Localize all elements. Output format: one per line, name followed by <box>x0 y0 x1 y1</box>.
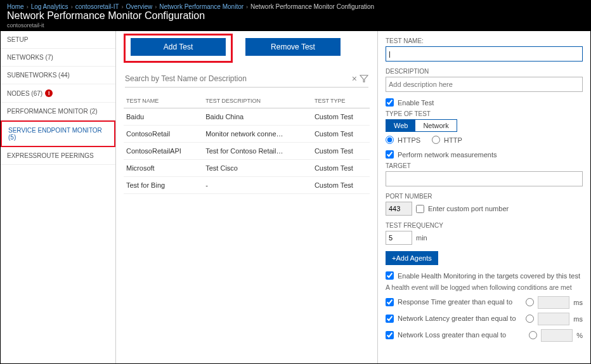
threshold-row: Network Latency greater than equal toms <box>386 313 583 325</box>
col-test-type[interactable]: TEST TYPE <box>312 94 370 108</box>
threshold-label: Network Latency greater than equal to <box>398 315 522 323</box>
threshold-row: Network Loss greater than equal to% <box>386 329 583 342</box>
custom-port-checkbox[interactable] <box>416 205 424 213</box>
threshold-input[interactable] <box>538 296 569 309</box>
sidebar-item-setup[interactable]: SETUP <box>1 31 115 49</box>
remove-test-button[interactable]: Remove Test <box>245 38 341 56</box>
threshold-checkbox[interactable] <box>386 298 394 306</box>
sidebar-item-networks[interactable]: NETWORKS (7) <box>1 49 115 67</box>
frequency-unit: min <box>416 234 427 242</box>
col-test-desc[interactable]: TEST DESCRIPTION <box>203 94 312 108</box>
enable-test-label: Enable Test <box>398 99 434 107</box>
col-test-name[interactable]: TEST NAME <box>124 94 203 108</box>
sidebar-item-perf-monitor[interactable]: PERFORMANCE MONITOR (2) <box>1 103 115 120</box>
http-radio[interactable] <box>432 136 440 144</box>
threshold-unit: % <box>576 332 583 339</box>
enable-test-checkbox[interactable] <box>386 98 394 107</box>
test-type-toggle: Web Network <box>386 119 457 132</box>
threshold-radio[interactable] <box>526 315 534 323</box>
threshold-unit: ms <box>573 315 583 323</box>
perform-measurements-label: Perform network measurements <box>398 151 497 159</box>
table-row[interactable]: Test for Bing-Custom Test <box>124 177 370 194</box>
cell-name: Baidu <box>124 108 203 126</box>
sidebar: SETUP NETWORKS (7) SUBNETWORKS (44) NODE… <box>1 31 116 363</box>
threshold-radio[interactable] <box>526 298 534 306</box>
right-panel: TEST NAME: DESCRIPTION Enable Test TYPE … <box>378 31 590 363</box>
cell-type: Custom Test <box>312 177 370 194</box>
sidebar-item-nodes[interactable]: NODES (67)! <box>1 84 115 103</box>
test-name-input[interactable] <box>386 46 583 62</box>
breadcrumb: Home› Log Analytics› contosoretail-IT› O… <box>7 3 584 10</box>
perform-measurements-checkbox[interactable] <box>386 150 394 159</box>
crumb-current: Network Performance Monitor Configuratio… <box>250 3 374 10</box>
toggle-web[interactable]: Web <box>386 120 415 131</box>
add-agents-button[interactable]: +Add Agents <box>386 251 438 265</box>
port-label: PORT NUMBER <box>386 193 583 200</box>
page-subtitle: contosoretail-it <box>7 22 584 29</box>
crumb-log-analytics[interactable]: Log Analytics <box>31 3 68 10</box>
https-radio[interactable] <box>386 136 394 144</box>
add-test-button[interactable]: Add Test <box>131 38 226 56</box>
crumb-overview[interactable]: Overview <box>126 3 153 10</box>
cell-desc: Test for Contoso Retail… <box>203 143 312 160</box>
frequency-input[interactable] <box>386 231 412 245</box>
sidebar-item-subnetworks[interactable]: SUBNETWORKS (44) <box>1 67 115 84</box>
sidebar-item-expressroute[interactable]: EXPRESSROUTE PEERINGS <box>1 147 115 165</box>
description-label: DESCRIPTION <box>386 68 583 75</box>
table-row[interactable]: MicrosoftTest CiscoCustom Test <box>124 160 370 177</box>
table-row[interactable]: ContosoRetailMonitor network conne…Custo… <box>124 126 370 143</box>
filter-icon[interactable] <box>360 74 368 83</box>
target-label: TARGET <box>386 162 583 169</box>
cell-name: ContosoRetailAPI <box>124 143 203 160</box>
threshold-row: Response Time greater than equal toms <box>386 296 583 309</box>
threshold-checkbox[interactable] <box>386 331 394 339</box>
crumb-home[interactable]: Home <box>7 3 24 10</box>
page-title: Network Performance Monitor Configuratio… <box>7 10 205 22</box>
table-row[interactable]: BaiduBaidu ChinaCustom Test <box>124 108 370 126</box>
enable-health-checkbox[interactable] <box>386 271 394 280</box>
center-panel: Add Test Remove Test × TEST NAME TEST DE… <box>116 31 378 363</box>
cell-desc: Baidu China <box>203 108 312 126</box>
cell-name: Test for Bing <box>124 177 203 194</box>
test-name-label: TEST NAME: <box>386 37 583 44</box>
cell-type: Custom Test <box>312 143 370 160</box>
add-test-highlight: Add Test <box>124 34 233 63</box>
cell-type: Custom Test <box>312 160 370 177</box>
tests-table: TEST NAME TEST DESCRIPTION TEST TYPE Bai… <box>124 94 370 194</box>
threshold-unit: ms <box>573 299 583 306</box>
cell-name: ContosoRetail <box>124 126 203 143</box>
threshold-input[interactable] <box>541 329 573 342</box>
health-note: A health event will be logged when follo… <box>386 283 583 292</box>
port-input[interactable] <box>386 202 412 216</box>
custom-port-label: Enter custom port number <box>428 205 509 212</box>
search-input[interactable] <box>125 70 349 87</box>
crumb-npm[interactable]: Network Performance Monitor <box>159 3 244 10</box>
cell-type: Custom Test <box>312 126 370 143</box>
table-row[interactable]: ContosoRetailAPITest for Contoso Retail…… <box>124 143 370 160</box>
cell-type: Custom Test <box>312 108 370 126</box>
cell-desc: Monitor network conne… <box>203 126 312 143</box>
threshold-label: Network Loss greater than equal to <box>398 331 525 339</box>
threshold-label: Response Time greater than equal to <box>398 298 522 306</box>
sidebar-item-service-endpoint[interactable]: SERVICE ENDPOINT MONITOR (5) <box>1 120 115 147</box>
cell-desc: Test Cisco <box>203 160 312 177</box>
cell-name: Microsoft <box>124 160 203 177</box>
threshold-radio[interactable] <box>529 331 537 339</box>
frequency-label: TEST FREQUENCY <box>386 222 583 229</box>
threshold-checkbox[interactable] <box>386 315 394 323</box>
alert-icon: ! <box>45 89 53 97</box>
target-input[interactable] <box>386 171 583 186</box>
enable-health-label: Enable Health Monitoring in the targets … <box>398 272 580 280</box>
clear-search-icon[interactable]: × <box>349 74 360 84</box>
cell-desc: - <box>203 177 312 194</box>
threshold-input[interactable] <box>538 313 569 325</box>
description-input[interactable] <box>386 77 583 92</box>
type-of-test-label: TYPE OF TEST <box>386 110 583 117</box>
toggle-network[interactable]: Network <box>415 120 456 131</box>
crumb-workspace[interactable]: contosoretail-IT <box>75 3 119 10</box>
